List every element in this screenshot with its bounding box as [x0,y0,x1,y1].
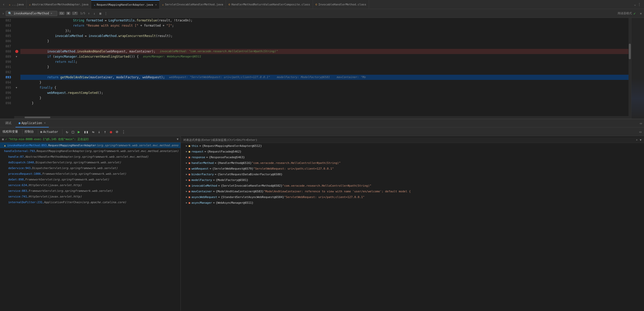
var-icon-modelFactory: ■ [189,179,190,181]
var-item-response[interactable]: ▶ ■ response = {ResponseFacade@5463} [181,154,644,160]
var-name-invocableMethod: invocableMethod [191,184,217,187]
tab-6[interactable]: © InvocableHandlerMethod.class [313,0,369,9]
toolbar-btn-mute[interactable]: ⊘ [114,129,119,135]
search-extra-icon[interactable]: ⋮ [104,12,107,15]
var-arrow-this[interactable]: ▶ [186,145,187,147]
console-label: 控制台 [25,130,34,134]
toolbar-btn-resume[interactable]: ▶ [76,129,81,135]
var-eq-webRequest: = [210,167,211,170]
frame-item-10[interactable]: internalDoFilter:231, ApplicationFilterC… [0,199,180,205]
breakpoint-888[interactable] [15,50,18,53]
fold-arrow-895[interactable]: ▼ [16,86,18,89]
frame-3-class: DispatcherServlet [36,161,65,164]
search-down-arrow[interactable]: ↓ [92,11,96,16]
frame-item-9[interactable]: service:741, HttpServlet (javax.servlet.… [0,194,180,199]
tab-2[interactable]: ☕ AbstractHandlerMethodAdapter.java [27,0,91,9]
tab-4[interactable]: ☕ ServletInvocableHandlerMethod.java [160,0,226,9]
vertical-scroll-thumb[interactable] [629,44,631,59]
var-item-invocableMethod[interactable]: ▶ ■ invocableMethod = {ServletInvocableH… [181,183,644,188]
variables-panel: 对表达式求值(Enter)或添加监视(Ctrl+Shift+Enter) + ▼… [181,136,644,311]
search-clear-icon[interactable]: × [51,12,52,15]
search-badge-cc[interactable]: Cc [59,12,65,15]
panel-tab-application[interactable]: ● Application × [15,119,49,127]
tab-more-button[interactable]: ⌄ ⋮ [632,2,643,7]
var-val-request: {RequestFacade@5462} [207,150,241,153]
toolbar-btn-breakpoints[interactable]: ● [108,129,113,135]
frame-item-5[interactable]: processRequest:1006, FrameworkServlet (o… [0,171,180,177]
var-val-invocableMethod: {ServletInvocableHandlerMethod@6582} [221,184,282,187]
var-arrow-modelFactory[interactable]: ▶ [186,179,187,181]
toolbar-actuator-btn[interactable]: ■ Actuator [40,130,58,134]
var-arrow-asyncWebRequest[interactable]: ▶ [186,196,187,198]
toolbar-layout-icon[interactable]: ▭ [639,130,641,134]
frame-item-0[interactable]: ▲ invokeHandlerMethod:893, RequestMappin… [0,142,180,148]
var-arrow-asyncManager[interactable]: ▶ [186,201,187,204]
search-badge-w[interactable]: W [66,12,70,15]
debug-hint-889: asyncManager: WebAsyncManager@6511 [143,54,201,59]
var-arrow-response[interactable]: ▶ [186,156,187,158]
panel-tab-app-close[interactable]: × [44,122,46,124]
frame-item-8[interactable]: service:883, FrameworkServlet (org.sprin… [0,188,180,194]
var-item-webRequest[interactable]: ▶ ■ webRequest = {ServletWebRequest@6579… [181,166,644,171]
var-item-modelFactory[interactable]: ▶ ■ modelFactory = {ModelFactory@6581} [181,177,644,183]
code-line-890: return null; [20,59,631,64]
var-header: 对表达式求值(Enter)或添加监视(Ctrl+Shift+Enter) + ▼ [181,137,644,143]
var-item-mavContainer[interactable]: ▶ ■ mavContainer = {ModelAndViewContaine… [181,188,644,194]
search-filter-icon[interactable]: ▦ [98,11,103,16]
frame-8-pkg: (org.springframework.web.servlet) [56,189,113,193]
search-left-arrow[interactable]: › [2,11,4,16]
var-arrow-binderFactory[interactable]: ▶ [186,173,187,176]
var-item-asyncManager[interactable]: ▶ ■ asyncManager = {WebAsyncManager@6511… [181,200,644,206]
thread-filter-icon[interactable]: ▦ [2,138,4,141]
search-up-arrow[interactable]: ↑ [87,11,91,16]
panel-maximize-icon[interactable]: ▭ [640,121,642,125]
var-name-asyncWebRequest: asyncWebRequest [191,195,217,199]
tab-5[interactable]: © HandlerMethodReturnValueHandlerComposi… [226,0,313,9]
toolbar-btn-more[interactable]: ⋮ [120,129,127,135]
frame-item-7[interactable]: service:634, HttpServlet (javax.servlet.… [0,182,180,188]
var-arrow-webRequest[interactable]: ▶ [186,167,187,170]
reader-mode-check[interactable]: ✓ [633,11,635,16]
toolbar-btn-step-out[interactable]: ↑ [103,129,107,135]
tab-arrow-left[interactable]: ‹ [1,1,6,7]
var-name-asyncManager: asyncManager [191,201,212,204]
frame-item-1[interactable]: handleInternal:793, RequestMappingHandle… [0,148,180,154]
frame-7-pkg: (javax.servlet.http) [48,184,82,187]
var-item-asyncWebRequest[interactable]: ▶ ■ asyncWebRequest = {StandardServletAs… [181,194,644,200]
toolbar-btn-step-over[interactable]: ⇋ [91,129,96,135]
var-item-this[interactable]: ▶ ■ this = {RequestMappingHandlerAdapter… [181,143,644,149]
frame-item-2[interactable]: handle:87, AbstractHandlerMethodAdapter … [0,154,180,160]
search-close-button[interactable]: × [640,11,642,16]
thread-dropdown[interactable]: ▼ [177,138,178,141]
frame-item-6[interactable]: doGet:898, FrameworkServlet (org.springf… [0,177,180,182]
tab-6-label: InvocableHandlerMethod.class [318,3,366,6]
panel-tab-debug[interactable]: 调试 [2,119,14,127]
search-badge-regex[interactable]: .* [72,12,78,15]
fold-arrow-889[interactable]: ▼ [16,55,18,58]
var-arrow-handlerMethod[interactable]: ▶ [186,162,187,164]
vertical-scrollbar[interactable] [629,18,631,119]
var-arrow-mavContainer[interactable]: ▶ [186,190,187,193]
frame-2-name: handle:87, [8,155,25,158]
tab-3[interactable]: ☕ RequestMappingHandlerAdapter.java × [91,0,160,9]
search-query-text[interactable]: invokeHandlerMethod [13,12,49,15]
var-dropdown-icon[interactable]: ▼ [640,138,641,142]
var-item-handlerMethod[interactable]: ▶ ■ handlerMethod = {HandlerMethod@6516}… [181,160,644,166]
tab-1[interactable]: ☕ ...java [6,0,26,9]
horizontal-scroll-thumb[interactable] [25,117,50,118]
var-arrow-request[interactable]: ▶ [186,150,187,153]
var-item-request[interactable]: ▶ ■ request = {RequestFacade@5462} [181,149,644,154]
frame-item-3[interactable]: doDispatch:1040, DispatcherServlet (org.… [0,160,180,165]
tab-3-close[interactable]: × [155,3,157,6]
var-arrow-invocableMethod[interactable]: ▶ [186,184,187,187]
var-item-binderFactory[interactable]: ▶ ■ binderFactory = {ServletRequestDataB… [181,171,644,177]
toolbar-btn-pause[interactable]: ▮▮ [82,129,90,135]
toolbar-btn-step-into[interactable]: ↓ [97,129,101,135]
frame-item-4[interactable]: doService:943, DispatcherServlet (org.sp… [0,165,180,171]
horizontal-scrollbar[interactable] [14,116,629,119]
frame-9-name: service:741, [8,195,29,198]
var-add-icon[interactable]: + [636,138,638,142]
toolbar-btn-stop[interactable]: □ [70,129,75,135]
toolbar-btn-restart[interactable]: ↻ [65,129,69,135]
var-icon-webRequest: ■ [189,167,190,170]
